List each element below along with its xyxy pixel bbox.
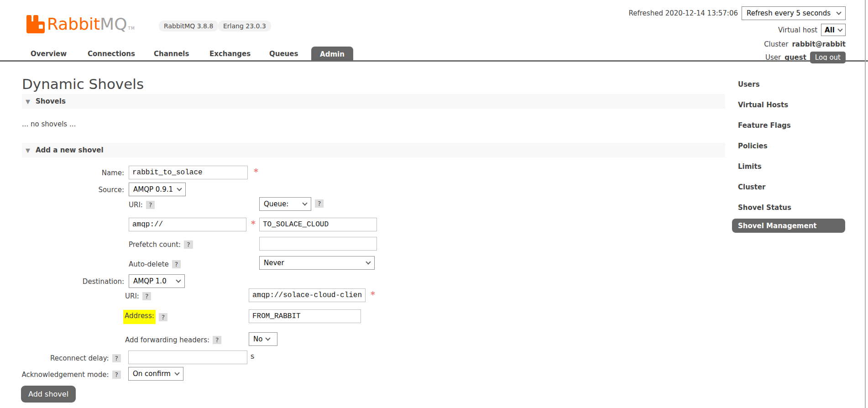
seconds-unit-label: s xyxy=(251,352,254,361)
forwarding-headers-label: Add forwarding headers: ? xyxy=(125,336,221,344)
name-label: Name: xyxy=(0,169,124,177)
source-label: Source: xyxy=(0,186,124,194)
sidebar-item-policies[interactable]: Policies xyxy=(738,142,768,150)
acknowledgement-mode-select[interactable]: On confirm xyxy=(128,367,183,381)
destination-protocol-select[interactable]: AMQP 1.0 xyxy=(129,274,185,288)
tab-channels[interactable]: Channels xyxy=(154,50,189,58)
tab-admin[interactable]: Admin xyxy=(311,47,353,62)
chevron-down-icon xyxy=(366,259,371,264)
forwarding-headers-select[interactable]: No xyxy=(249,332,277,346)
destination-uri-input[interactable] xyxy=(249,288,366,302)
page-title: Dynamic Shovels xyxy=(22,76,144,92)
help-badge[interactable]: ? xyxy=(142,292,151,300)
virtual-host-label: Virtual host xyxy=(778,26,817,34)
destination-label: Destination: xyxy=(0,277,124,286)
auto-delete-label: Auto-delete ? xyxy=(129,260,181,268)
required-asterisk: * xyxy=(371,289,375,299)
add-shovel-section-title: Add a new shovel xyxy=(36,146,104,154)
sidebar-item-feature-flags[interactable]: Feature Flags xyxy=(738,121,791,130)
sidebar-item-shovel-management[interactable]: Shovel Management xyxy=(732,219,845,233)
acknowledgement-mode-label: Acknowledgement mode: ? xyxy=(0,371,121,379)
tab-exchanges[interactable]: Exchanges xyxy=(209,50,251,58)
rabbitmq-logo[interactable]: RabbitMQ TM xyxy=(26,15,134,35)
address-label: Address: ? xyxy=(123,310,167,324)
help-badge[interactable]: ? xyxy=(159,313,167,321)
add-shovel-button[interactable]: Add shovel xyxy=(21,386,76,403)
chevron-down-icon xyxy=(174,370,179,375)
sidebar-item-cluster[interactable]: Cluster xyxy=(738,183,766,191)
help-badge[interactable]: ? xyxy=(184,241,193,249)
triangle-down-icon: ▼ xyxy=(26,98,30,105)
chevron-down-icon xyxy=(837,10,842,15)
reconnect-delay-label: Reconnect delay: ? xyxy=(0,354,121,362)
help-badge[interactable]: ? xyxy=(112,371,121,379)
tab-overview[interactable]: Overview xyxy=(31,50,67,58)
prefetch-count-label: Prefetch count: ? xyxy=(129,241,193,249)
tab-queues[interactable]: Queues xyxy=(269,50,298,58)
window-edge-line xyxy=(865,0,866,408)
source-protocol-select[interactable]: AMQP 0.9.1 xyxy=(129,183,186,196)
source-uri-label: URI: ? xyxy=(129,201,155,209)
erlang-version-badge: Erlang 23.0.3 xyxy=(218,21,271,31)
trademark-label: TM xyxy=(128,26,135,31)
auto-delete-select[interactable]: Never xyxy=(259,256,375,270)
reconnect-delay-input[interactable] xyxy=(128,350,247,364)
help-badge[interactable]: ? xyxy=(172,260,181,268)
rabbitmq-version-badge: RabbitMQ 3.8.8 xyxy=(159,21,218,31)
help-badge[interactable]: ? xyxy=(315,199,324,208)
virtual-host-select[interactable]: All xyxy=(821,24,846,36)
sidebar-item-virtual-hosts[interactable]: Virtual Hosts xyxy=(738,101,788,109)
help-badge[interactable]: ? xyxy=(112,354,121,362)
brand-name: RabbitMQ xyxy=(47,15,127,33)
chevron-down-icon xyxy=(266,335,271,340)
no-shovels-text: ... no shovels ... xyxy=(22,120,76,128)
virtual-host-row: Virtual host All xyxy=(778,24,846,36)
prefetch-count-input[interactable] xyxy=(259,237,377,251)
help-badge[interactable]: ? xyxy=(146,201,155,209)
refreshed-timestamp: Refreshed 2020-12-14 13:57:06 xyxy=(629,9,738,17)
sidebar-item-users[interactable]: Users xyxy=(738,80,760,89)
triangle-down-icon: ▼ xyxy=(26,147,30,154)
add-shovel-section-header[interactable]: ▼ Add a new shovel xyxy=(22,143,725,157)
sidebar-item-limits[interactable]: Limits xyxy=(738,162,762,171)
chevron-down-icon xyxy=(176,277,181,282)
name-input[interactable] xyxy=(129,166,248,179)
destination-address-input[interactable] xyxy=(249,309,361,323)
rabbitmq-logo-icon xyxy=(26,15,45,35)
source-endpoint-type-select[interactable]: Queue: xyxy=(259,197,311,211)
destination-uri-label: URI: ? xyxy=(125,292,151,300)
tab-connections[interactable]: Connections xyxy=(88,50,135,58)
source-queue-input[interactable] xyxy=(259,218,377,231)
required-asterisk: * xyxy=(254,167,258,177)
shovels-section-header[interactable]: ▼ Shovels xyxy=(22,94,725,109)
help-badge[interactable]: ? xyxy=(213,336,221,344)
refresh-row: Refreshed 2020-12-14 13:57:06 Refresh ev… xyxy=(629,6,846,20)
source-uri-input[interactable] xyxy=(129,218,246,231)
chevron-down-icon xyxy=(302,200,307,205)
main-tab-bar: Overview Connections Channels Exchanges … xyxy=(0,47,868,62)
rabbitmq-management-page: RabbitMQ TM RabbitMQ 3.8.8 Erlang 23.0.3… xyxy=(0,0,868,408)
chevron-down-icon xyxy=(837,26,842,31)
required-asterisk: * xyxy=(251,219,256,229)
shovels-section-title: Shovels xyxy=(36,97,66,105)
address-label-highlight: Address: xyxy=(123,310,156,324)
chevron-down-icon xyxy=(177,186,182,191)
refresh-interval-select[interactable]: Refresh every 5 seconds xyxy=(742,6,846,20)
sidebar-item-shovel-status[interactable]: Shovel Status xyxy=(738,204,791,212)
